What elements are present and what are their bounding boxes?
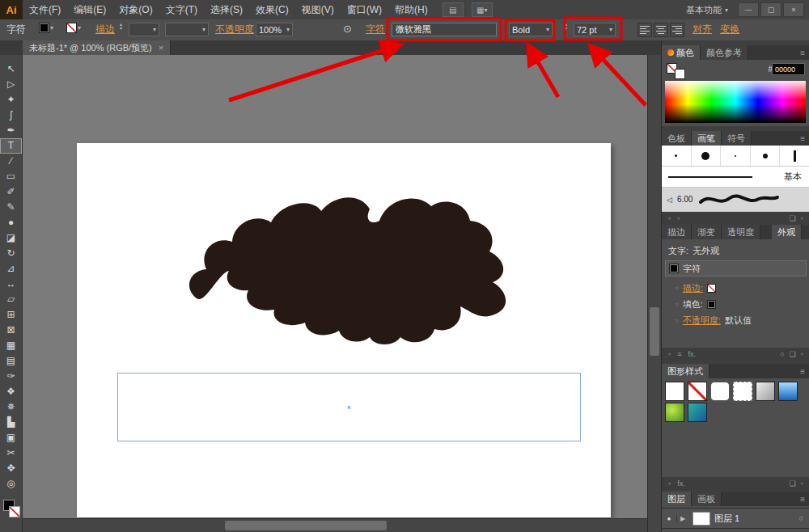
maximize-button[interactable]: ▢ [760, 2, 781, 17]
tab-symbols[interactable]: 符号 [722, 131, 752, 146]
rotate-tool[interactable]: ↻ [0, 246, 22, 261]
blob-path[interactable] [189, 197, 506, 344]
tab-appearance[interactable]: 外观 [772, 225, 802, 239]
direct-selection-tool[interactable]: ▷ [0, 77, 22, 92]
panel-menu-icon[interactable]: ≡ [795, 492, 809, 506]
transform-panel-link[interactable]: 变换 [720, 23, 739, 36]
delete-brush-icon[interactable]: ▫ [801, 214, 803, 222]
layer-row[interactable]: ● ▶ 图层 1 ○ [662, 508, 809, 529]
tab-brushes[interactable]: 画笔 [692, 131, 722, 146]
appearance-stroke-row[interactable]: ○ 描边: [662, 280, 809, 296]
tab-color[interactable]: 颜色 [662, 45, 701, 60]
line-segment-tool[interactable]: ∕ [0, 154, 22, 169]
free-transform-tool[interactable]: ▱ [0, 292, 22, 307]
appearance-fill-row[interactable]: ○ 填色: [662, 296, 809, 312]
lasso-tool[interactable]: ʃ [0, 108, 22, 123]
fill-color-button[interactable]: ▾ [39, 23, 53, 33]
pencil-tool[interactable]: ✎ [0, 200, 22, 215]
menu-icon[interactable]: ≡ [677, 350, 681, 358]
tab-color-guide[interactable]: 颜色参考 [701, 45, 748, 60]
tab-graphic-styles[interactable]: 图形样式 [662, 364, 709, 378]
close-button[interactable]: × [783, 2, 804, 17]
library-icon[interactable]: ▫ [668, 479, 671, 488]
add-effect-button[interactable]: fx. [688, 350, 696, 358]
expand-arrow-icon[interactable]: ▶ [677, 515, 688, 522]
appearance-opacity-row[interactable]: ○ 不透明度: 默认值 [662, 312, 809, 328]
selection-tool[interactable]: ↖ [0, 61, 22, 77]
align-right-button[interactable] [670, 23, 684, 37]
zoom-tool[interactable]: ◎ [0, 476, 22, 492]
recolor-artwork-icon[interactable]: ⊙ [343, 23, 352, 35]
color-spectrum[interactable] [665, 81, 806, 123]
document-layout-icon[interactable]: ▦▾ [472, 2, 493, 17]
brush-item[interactable] [780, 146, 809, 166]
artboard-tool[interactable]: ▣ [0, 430, 22, 445]
mesh-tool[interactable]: ▦ [0, 338, 22, 353]
graphic-style-swatch[interactable] [733, 382, 752, 401]
eraser-tool[interactable]: ◪ [0, 230, 22, 246]
opacity-row-link[interactable]: 不透明度: [683, 315, 721, 327]
graphic-style-swatch[interactable] [688, 382, 707, 401]
perspective-grid-tool[interactable]: ⊠ [0, 323, 22, 338]
stroke-panel-link[interactable]: 描边 [95, 23, 115, 36]
graphic-style-swatch[interactable] [778, 382, 798, 401]
panel-menu-icon[interactable]: ≡ [795, 364, 809, 378]
library-icon[interactable]: ▫ [668, 214, 671, 222]
stroke-color-button[interactable]: ▾ [66, 23, 81, 33]
target-circle-icon[interactable]: ○ [799, 514, 803, 522]
panel-menu-icon[interactable]: ≡ [795, 131, 809, 146]
horizontal-scrollbar-thumb[interactable] [225, 521, 387, 530]
delete-item-icon[interactable]: ▫ [801, 350, 803, 358]
color-fill-swatch[interactable] [675, 69, 685, 79]
align-left-button[interactable] [637, 23, 652, 37]
font-style-select[interactable]: Bold ▾ [509, 23, 553, 36]
gradient-tool[interactable]: ▤ [0, 353, 22, 369]
layer-name[interactable]: 图层 1 [714, 513, 739, 525]
menu-object[interactable]: 对象(O) [112, 3, 159, 17]
fill-black-swatch[interactable] [707, 300, 716, 309]
menu-select[interactable]: 选择(S) [204, 3, 249, 17]
arrange-documents-icon[interactable]: ▤ [443, 2, 464, 17]
align-panel-link[interactable]: 对齐 [693, 23, 712, 36]
width-tool[interactable]: ↔ [0, 277, 22, 292]
stroke-row-link[interactable]: 描边: [683, 282, 703, 294]
shape-builder-tool[interactable]: ⊞ [0, 307, 22, 323]
tab-swatches[interactable]: 色板 [662, 131, 692, 146]
text-frame[interactable]: × [117, 373, 581, 441]
stroke-color-indicator[interactable] [9, 506, 20, 517]
tab-artboards[interactable]: 画板 [692, 492, 722, 506]
stroke-weight-stepper[interactable]: ▴ ▾ [120, 23, 127, 31]
menu-edit[interactable]: 编辑(E) [67, 3, 112, 17]
brush-basic-row[interactable]: 基本 [662, 167, 809, 188]
slice-tool[interactable]: ✂ [0, 445, 22, 461]
layer-thumbnail[interactable] [693, 512, 710, 526]
ink-blob-shape[interactable] [77, 143, 611, 517]
stroke-weight-select[interactable]: ▾ [129, 23, 159, 36]
graphic-style-swatch[interactable] [688, 403, 707, 422]
appearance-characters-row[interactable]: 字符 [665, 260, 807, 277]
rectangle-tool[interactable]: ▭ [0, 169, 22, 184]
brush-selected-row[interactable]: ◁ 6.00 [662, 188, 809, 212]
canvas-area[interactable]: × [23, 55, 647, 532]
hex-value-field[interactable]: 00000 [772, 63, 805, 75]
blob-brush-tool[interactable]: ● [0, 215, 22, 230]
duplicate-item-icon[interactable]: ❏ [790, 350, 796, 358]
graphic-style-swatch[interactable] [665, 382, 684, 401]
panel-menu-icon[interactable]: ≡ [795, 45, 809, 60]
scale-tool[interactable]: ⊿ [0, 261, 22, 277]
close-tab-icon[interactable]: × [159, 43, 163, 53]
brush-item[interactable] [721, 146, 751, 166]
tab-transparency[interactable]: 透明度 [722, 225, 760, 239]
menu-file[interactable]: 文件(F) [23, 3, 67, 17]
menu-view[interactable]: 视图(V) [295, 3, 341, 17]
eyedropper-tool[interactable]: ✑ [0, 369, 22, 384]
tab-stroke[interactable]: 描边 [662, 225, 692, 239]
minimize-button[interactable]: — [738, 2, 759, 17]
spin-down-icon[interactable]: ▾ [565, 27, 572, 31]
column-graph-tool[interactable]: ▙ [0, 415, 22, 430]
clear-appearance-icon[interactable]: ○ [780, 350, 784, 358]
tab-gradient[interactable]: 渐变 [692, 225, 722, 239]
font-size-stepper[interactable]: ▴ ▾ [565, 23, 572, 31]
new-stroke-icon[interactable]: ▫ [668, 350, 671, 358]
type-tool[interactable]: T [0, 138, 22, 154]
